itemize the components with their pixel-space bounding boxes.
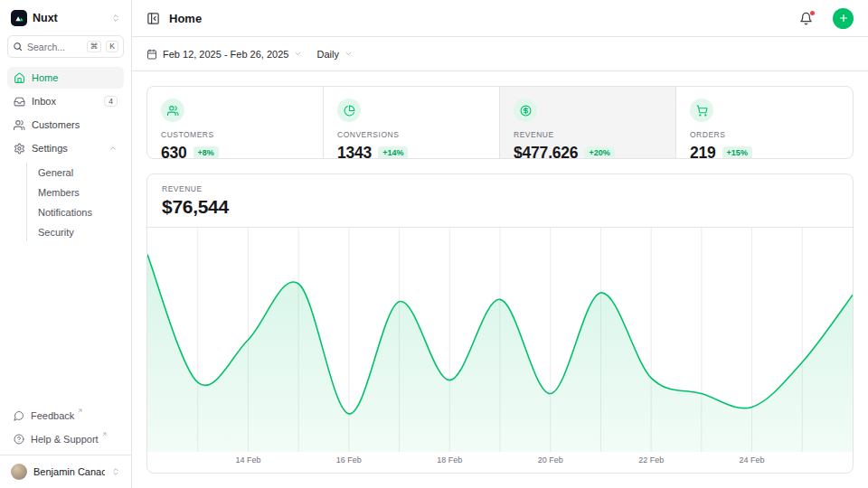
page-title: Home	[169, 12, 790, 25]
user-menu[interactable]: Benjamin Canac	[0, 455, 131, 488]
nuxt-logo-icon	[11, 10, 27, 26]
x-tick-label: 20 Feb	[538, 455, 563, 465]
stat-card-customers[interactable]: CUSTOMERS 630 +8%	[147, 87, 324, 159]
chart-pie-icon	[337, 99, 361, 122]
avatar	[11, 464, 27, 480]
stats-row: CUSTOMERS 630 +8% CONVERSIONS 1343 +14%	[146, 86, 854, 159]
sidebar-spacer	[0, 243, 131, 405]
stat-value: 630	[161, 144, 187, 159]
help-support-label: Help & Support	[31, 434, 99, 445]
users-icon	[161, 99, 184, 122]
stat-label: CUSTOMERS	[161, 130, 214, 139]
dollar-circle-icon	[514, 99, 537, 122]
stat-delta-badge: +15%	[722, 146, 752, 159]
external-link-icon	[77, 408, 83, 414]
stat-delta-badge: +20%	[584, 146, 614, 159]
home-icon	[14, 72, 25, 84]
notifications-button[interactable]	[799, 12, 813, 25]
chart-x-ticks: 14 Feb16 Feb18 Feb20 Feb22 Feb24 Feb	[147, 452, 853, 472]
x-tick-label: 18 Feb	[437, 455, 462, 465]
external-link-icon	[101, 431, 108, 437]
chevrons-up-down-icon	[111, 467, 120, 476]
sidebar-footer-links: Feedback Help & Support	[0, 405, 131, 455]
sidebar-item-general[interactable]: General	[27, 163, 124, 182]
feedback-label: Feedback	[31, 410, 74, 421]
sidebar-item-customers[interactable]: Customers	[7, 114, 124, 136]
feedback-link[interactable]: Feedback	[7, 405, 124, 427]
gear-icon	[14, 143, 25, 155]
add-button[interactable]	[833, 8, 854, 29]
user-name: Benjamin Canac	[33, 466, 105, 477]
filters-toolbar: Feb 12, 2025 - Feb 26, 2025 Daily	[132, 37, 868, 71]
stat-label: REVENUE	[514, 130, 554, 139]
chart-plot-area	[147, 228, 853, 452]
sidebar-item-settings[interactable]: Settings	[7, 137, 124, 159]
sidebar-item-members[interactable]: Members	[27, 183, 124, 202]
stat-card-conversions[interactable]: CONVERSIONS 1343 +14%	[324, 87, 500, 159]
chevrons-up-down-icon	[111, 14, 120, 23]
stat-delta-badge: +14%	[378, 146, 408, 159]
search-placeholder: Search...	[27, 42, 82, 52]
chevron-up-icon	[108, 144, 118, 153]
settings-sub-list: General Members Notifications Security	[26, 163, 124, 241]
shopping-cart-icon	[690, 99, 713, 122]
stat-value: 1343	[337, 144, 372, 159]
chart-header: REVENUE $76,544	[147, 174, 853, 228]
stat-card-revenue[interactable]: REVENUE $477,626 +20%	[500, 87, 676, 159]
date-range-picker[interactable]: Feb 12, 2025 - Feb 26, 2025	[146, 49, 302, 60]
main-panel: Home Feb 12, 2025 - Feb 26, 2025 Daily	[132, 0, 868, 488]
stat-value: 219	[690, 144, 716, 159]
chevron-down-icon	[344, 50, 353, 58]
granularity-select[interactable]: Daily	[316, 49, 352, 60]
notification-dot	[810, 11, 815, 15]
team-switcher[interactable]: Nuxt	[0, 0, 131, 34]
sidebar-item-label: Settings	[32, 143, 102, 154]
search-input[interactable]: Search... ⌘ K	[7, 35, 124, 58]
sidebar-item-security[interactable]: Security	[27, 222, 124, 241]
sidebar-nav: Home Inbox 4 Customers Settings Genera	[0, 67, 131, 243]
stat-delta-badge: +8%	[193, 146, 219, 159]
x-tick-label: 22 Feb	[638, 455, 664, 465]
users-icon	[14, 119, 25, 131]
sidebar-item-label: Inbox	[32, 96, 98, 107]
sidebar-item-home[interactable]: Home	[7, 67, 124, 89]
x-tick-label: 14 Feb	[235, 455, 260, 465]
sidebar-item-label: Customers	[32, 119, 118, 130]
message-bubble-icon	[14, 410, 24, 421]
stat-card-orders[interactable]: ORDERS 219 +15%	[676, 87, 853, 159]
stat-label: ORDERS	[690, 130, 725, 139]
sidebar-item-label: Home	[32, 72, 118, 83]
brand-name: Nuxt	[33, 12, 106, 24]
x-tick-label: 16 Feb	[336, 455, 362, 465]
date-range-label: Feb 12, 2025 - Feb 26, 2025	[163, 49, 288, 60]
chevron-down-icon	[294, 50, 302, 58]
inbox-count-badge: 4	[104, 96, 118, 108]
page-header: Home	[132, 0, 868, 37]
chart-headline-value: $76,544	[162, 196, 838, 218]
page-content: CUSTOMERS 630 +8% CONVERSIONS 1343 +14%	[132, 71, 868, 488]
stat-value: $477,626	[514, 144, 578, 159]
sidebar-item-notifications[interactable]: Notifications	[27, 202, 124, 221]
x-tick-label: 24 Feb	[740, 455, 765, 465]
revenue-chart-svg[interactable]	[147, 228, 853, 452]
sidebar: Nuxt Search... ⌘ K Home Inbox 4	[0, 0, 132, 488]
chart-title: REVENUE	[162, 184, 838, 193]
kbd-k: K	[106, 41, 118, 52]
sidebar-item-inbox[interactable]: Inbox 4	[7, 90, 124, 112]
help-support-link[interactable]: Help & Support	[7, 428, 124, 450]
plus-icon	[838, 13, 849, 23]
help-circle-icon	[14, 434, 24, 445]
granularity-label: Daily	[316, 49, 338, 60]
stat-label: CONVERSIONS	[337, 130, 399, 139]
sidebar-collapse-icon[interactable]	[146, 12, 160, 25]
kbd-meta: ⌘	[87, 41, 102, 52]
revenue-chart-card: REVENUE $76,544 14 Feb16 Feb18 Feb20	[146, 174, 854, 474]
calendar-icon	[146, 49, 157, 60]
inbox-icon	[14, 96, 25, 108]
search-icon	[13, 42, 23, 52]
